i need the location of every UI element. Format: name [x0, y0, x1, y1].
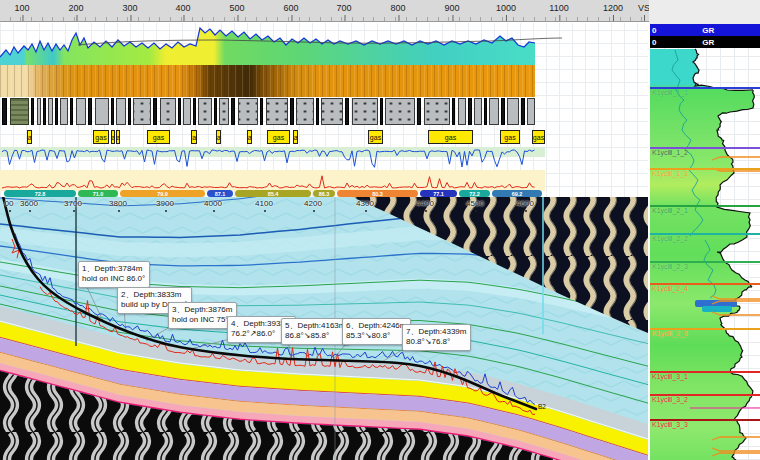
formation-top-label: K1ycⅢ_2_4 — [652, 285, 688, 293]
depth-label: 3900 — [150, 199, 180, 208]
inclination-segment: 72.2 — [459, 190, 490, 197]
gr-curve-title: GR — [656, 38, 760, 47]
gr-strat-panel[interactable]: 0 GR 0 GR — [650, 0, 760, 460]
panel-top-spacer — [650, 0, 760, 24]
depth-label: 3800 — [103, 199, 133, 208]
inclination-segment: 87.1 — [207, 190, 233, 197]
inclination-segment: 71.0 — [78, 190, 118, 197]
gr-header-row-2[interactable]: 0 GR — [650, 36, 760, 48]
depth-label: 4600 — [510, 199, 540, 208]
formation-top-label: K1ycⅢ_2_2 — [652, 235, 688, 243]
callout-title: 6、Depth:4246m — [346, 321, 406, 331]
depth-label: 4100 — [249, 199, 279, 208]
callout-body: 80.8°↘76.8° — [406, 337, 466, 347]
formation-top-label: K1ycⅢ_2_1 — [652, 207, 688, 215]
geosteering-app-window: 100200300400500600700800900100011001200V… — [0, 0, 760, 460]
survey-callout[interactable]: 1、Depth:3784mhold on INC 86.0° — [78, 261, 150, 288]
formation-top-label: K1ycⅢ_3_3 — [652, 421, 688, 429]
target-point-label: B2 — [538, 403, 546, 410]
log-curves-canvas[interactable] — [0, 0, 648, 196]
depth-label: 4200 — [298, 199, 328, 208]
formation-top-label: K1ycⅢ_1_1 — [652, 89, 688, 97]
inclination-segment: 79.9 — [120, 190, 205, 197]
depth-label: 3600 — [14, 199, 44, 208]
inclination-segment: 80.3 — [337, 190, 418, 197]
gr-log-canvas[interactable]: K1ycⅢ_1_1K1ycⅢ_1_2K1ycⅢ_1_3K1ycⅢ_2_1K1yc… — [650, 48, 760, 460]
depth-label: 3700 — [58, 199, 88, 208]
inclination-segment: 77.1 — [420, 190, 457, 197]
callout-body: hold on INC 86.0° — [82, 274, 145, 284]
formation-top-label: K1ycⅢ_2_3 — [652, 263, 688, 271]
formation-top-label: K1ycⅢ_1_3 — [652, 170, 688, 178]
formation-top-label: K1ycⅢ_3_2 — [652, 396, 688, 404]
inclination-segment: 85.4 — [235, 190, 311, 197]
callout-body: 85.3°↘80.8° — [346, 331, 406, 341]
callout-title: 1、Depth:3784m — [82, 264, 145, 274]
inclination-segment: 69.2 — [492, 190, 542, 197]
survey-callout[interactable]: 7、Depth:4339m80.8°↘76.8° — [402, 324, 471, 351]
gr-header-row-1[interactable]: 0 GR — [650, 24, 760, 36]
formation-top-label: K1ycⅢ_2_5 — [652, 330, 688, 338]
gr-curve-title: GR — [656, 26, 760, 35]
callout-body: 86.8°↘85.8° — [285, 331, 345, 341]
formation-top-label: K1ycⅢ_3_1 — [652, 373, 688, 381]
callout-body: hold on INC 75° — [172, 315, 232, 325]
callout-title: 5、Depth:4163m — [285, 321, 345, 331]
callout-title: 7、Depth:4339m — [406, 327, 466, 337]
depth-label: 4400 — [410, 199, 440, 208]
inclination-segment: 72.8 — [4, 190, 76, 197]
depth-label: 4000 — [198, 199, 228, 208]
survey-callout[interactable]: 5、Depth:4163m86.8°↘85.8° — [281, 318, 350, 345]
inclination-segment: 86.3 — [313, 190, 335, 197]
inclination-bar[interactable]: 72.871.079.987.185.486.380.377.172.269.2 — [0, 189, 648, 199]
callout-title: 2、Depth:3833m — [121, 290, 187, 300]
formation-top-label: K1ycⅢ_1_2 — [652, 149, 688, 157]
depth-label: 4500 — [460, 199, 490, 208]
callout-title: 3、Depth:3876m — [172, 305, 232, 315]
depth-label: 4300 — [350, 199, 380, 208]
